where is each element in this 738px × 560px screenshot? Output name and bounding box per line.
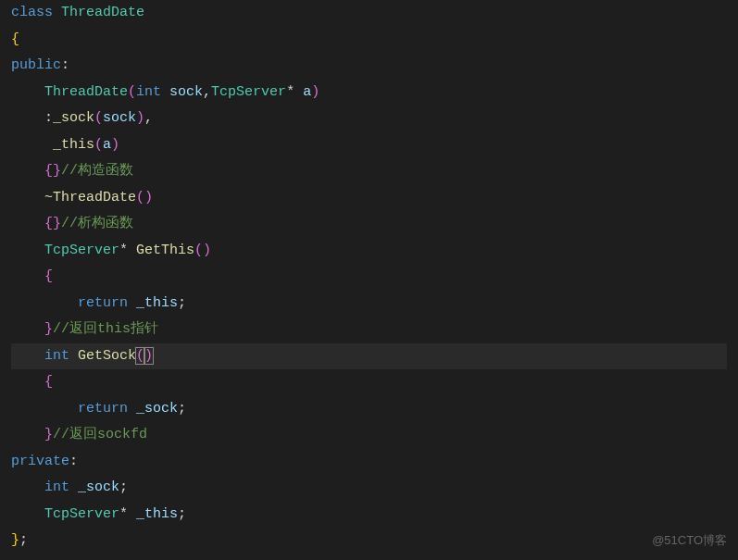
member-this: _this xyxy=(136,506,178,522)
paren-open: ( xyxy=(94,137,103,153)
code-line-8: ~ThreadDate() xyxy=(11,185,727,212)
func-getthis: GetThis xyxy=(136,243,194,258)
colon: : xyxy=(61,57,69,73)
code-line-10: TcpServer* GetThis() xyxy=(11,238,727,265)
code-line-16: return _sock; xyxy=(11,396,727,423)
code-line-4: ThreadDate(int sock,TcpServer* a) xyxy=(11,80,727,106)
keyword-private: private xyxy=(11,454,69,469)
code-line-20: TcpServer* _this; xyxy=(11,502,727,529)
func-getsock: GetSock xyxy=(78,348,136,364)
colon: : xyxy=(44,110,53,126)
code-line-6: _this(a) xyxy=(11,132,727,159)
watermark-text: @51CTO博客 xyxy=(652,529,727,553)
paren-close: ) xyxy=(144,347,154,365)
code-line-14-highlighted: int GetSock() xyxy=(11,343,727,370)
semicolon: ; xyxy=(178,506,186,522)
brace-close: } xyxy=(44,321,53,337)
member-sock: _sock xyxy=(78,479,119,495)
keyword-class: class xyxy=(11,5,53,20)
dtor-name: ~ThreadDate xyxy=(44,190,136,205)
semicolon: ; xyxy=(178,401,186,417)
code-line-18: private: xyxy=(11,449,727,476)
type-int: int xyxy=(44,479,69,495)
paren-close: ) xyxy=(111,137,119,153)
type-tcpserver: TcpServer xyxy=(211,84,286,100)
paren-open: ( xyxy=(194,243,203,258)
init-this: _this xyxy=(53,137,94,153)
brace-open: { xyxy=(44,216,53,231)
code-line-19: int _sock; xyxy=(11,475,727,502)
semicolon: ; xyxy=(119,479,128,495)
brace-open: { xyxy=(44,163,53,179)
code-line-17: }//返回sockfd xyxy=(11,422,727,449)
code-line-13: }//返回this指针 xyxy=(11,317,727,343)
code-line-1: class ThreadDate xyxy=(11,0,727,27)
paren-close: ) xyxy=(203,243,211,258)
type-int: int xyxy=(136,84,161,100)
brace-close: } xyxy=(44,427,53,442)
pointer-star: * xyxy=(286,84,294,100)
code-line-2: { xyxy=(11,27,727,54)
param-sock: sock xyxy=(169,84,203,100)
comment-dtor: //析构函数 xyxy=(61,216,133,231)
code-line-12: return _this; xyxy=(11,291,727,317)
paren-close: ) xyxy=(144,190,153,205)
paren-close: ) xyxy=(136,110,144,126)
close-brace: } xyxy=(11,532,19,548)
brace-close: } xyxy=(53,216,61,231)
paren-open: ( xyxy=(94,110,103,126)
code-line-9: {}//析构函数 xyxy=(11,211,727,238)
init-sock: _sock xyxy=(53,110,94,126)
class-name: ThreadDate xyxy=(61,5,144,20)
keyword-return: return xyxy=(78,295,128,311)
type-int: int xyxy=(44,348,69,364)
brace-open: { xyxy=(44,268,53,284)
paren-close: ) xyxy=(311,84,319,100)
comma: , xyxy=(144,110,153,126)
code-line-5: :_sock(sock), xyxy=(11,106,727,132)
paren-open: ( xyxy=(136,190,144,205)
code-line-21: }; xyxy=(11,528,727,554)
comma: , xyxy=(203,84,211,100)
open-brace: { xyxy=(11,31,19,47)
param-a: a xyxy=(103,137,111,153)
param-sock: sock xyxy=(103,110,136,126)
paren-open: ( xyxy=(128,84,136,100)
code-line-7: {}//构造函数 xyxy=(11,158,727,185)
var-sock: _sock xyxy=(136,401,178,417)
var-this: _this xyxy=(136,295,178,311)
keyword-return: return xyxy=(78,401,128,417)
keyword-public: public xyxy=(11,57,61,73)
param-a: a xyxy=(303,84,311,100)
code-line-11: { xyxy=(11,264,727,291)
semicolon: ; xyxy=(178,295,186,311)
brace-close: } xyxy=(53,163,61,179)
type-tcpserver: TcpServer xyxy=(44,506,119,522)
comment-getthis: //返回this指针 xyxy=(53,321,158,337)
ctor-name: ThreadDate xyxy=(44,84,128,100)
pointer-star: * xyxy=(119,506,128,522)
pointer-star: * xyxy=(119,243,128,258)
type-tcpserver: TcpServer xyxy=(44,243,119,258)
comment-getsock: //返回sockfd xyxy=(53,427,147,442)
brace-open: { xyxy=(44,374,53,390)
colon: : xyxy=(69,454,78,469)
code-line-15: { xyxy=(11,369,727,396)
code-line-3: public: xyxy=(11,53,727,80)
comment-ctor: //构造函数 xyxy=(61,163,133,179)
semicolon: ; xyxy=(19,532,28,548)
